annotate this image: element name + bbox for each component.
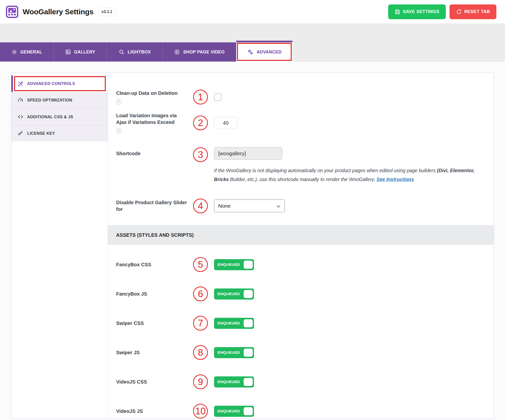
header-actions: SAVE SETTINGS RESET TAB <box>388 4 496 19</box>
fancybox-css-toggle[interactable]: ENQUEUED <box>214 259 254 270</box>
info-icon[interactable]: i <box>116 99 122 104</box>
annotation-circle-2: 2 <box>193 116 208 130</box>
tab-advanced[interactable]: ADVANCED <box>236 41 292 62</box>
swiper-js-label: Swiper JS <box>116 349 187 356</box>
reset-tab-button[interactable]: RESET TAB <box>450 4 496 19</box>
tab-general[interactable]: GENERAL <box>0 42 54 62</box>
key-icon <box>18 130 23 136</box>
annotation-circle-9: 9 <box>193 374 208 389</box>
tab-gallery[interactable]: GALLERY <box>54 42 107 62</box>
swiper-css-toggle[interactable]: ENQUEUED <box>214 318 254 329</box>
setting-row-shortcode: Shortcode 3 If the WooGallery is not dis… <box>108 147 494 184</box>
tab-bar: GENERAL GALLERY LIGHTBOX <box>0 42 505 62</box>
fancybox-js-toggle[interactable]: ENQUEUED <box>214 288 254 300</box>
setting-row-cleanup: Clean-up Data on Deletion i 1 <box>108 90 494 104</box>
sidebar-item-advanced-controls[interactable]: ADVANCED CONTROLS <box>11 75 108 92</box>
setting-row-videojs-js: VideoJS JS 10 ENQUEUED <box>108 404 494 419</box>
tab-shop-page-video[interactable]: SHOP PAGE VIDEO <box>163 42 236 62</box>
setting-row-videojs-css: VideoJS CSS 9 ENQUEUED <box>108 374 494 389</box>
chevron-down-icon <box>276 204 281 209</box>
toggle-knob <box>244 349 253 357</box>
fancybox-css-label: FancyBox CSS <box>116 261 187 268</box>
cleanup-label: Clean-up Data on Deletion <box>116 90 187 97</box>
ajax-variations-input[interactable] <box>214 117 237 129</box>
setting-row-disable-slider: Disable Product Gallery Slider for 4 Non… <box>108 199 494 213</box>
videojs-js-label: VideoJS JS <box>116 408 187 415</box>
settings-panel: ADVANCED CONTROLS SPEED OPTIMIZATION <box>11 73 494 419</box>
woogallery-logo-icon <box>6 6 18 18</box>
setting-row-ajax-variations: Load Variation Images via Ajax if Variat… <box>108 112 494 134</box>
shortcode-control: If the WooGallery is not displaying auto… <box>214 147 477 184</box>
info-icon[interactable]: i <box>116 128 122 134</box>
annotation-circle-4: 4 <box>193 199 208 213</box>
code-icon <box>18 114 23 120</box>
videojs-js-toggle[interactable]: ENQUEUED <box>214 406 254 417</box>
ajax-variations-label: Load Variation Images via Ajax if Variat… <box>116 112 187 126</box>
toggle-knob <box>244 261 253 269</box>
tab-lightbox[interactable]: LIGHTBOX <box>107 42 163 62</box>
settings-main: Clean-up Data on Deletion i 1 Load Varia… <box>108 73 494 419</box>
sidebar-item-license-key[interactable]: LICENSE KEY <box>11 125 108 141</box>
tools-icon <box>18 81 23 87</box>
video-play-icon <box>174 49 180 55</box>
shortcode-input[interactable] <box>214 147 282 160</box>
assets-section-header: ASSETS (STYLES AND SCRIPTS) <box>108 225 494 245</box>
image-icon <box>65 49 71 55</box>
shortcode-label: Shortcode <box>116 150 187 157</box>
see-instructions-link[interactable]: See Instructions <box>377 177 414 182</box>
swiper-css-label: Swiper CSS <box>116 320 187 327</box>
header-divider-strip <box>0 23 505 42</box>
version-badge: v3.1.1 <box>97 8 116 16</box>
annotation-circle-3: 3 <box>193 147 208 162</box>
annotation-circle-6: 6 <box>193 286 208 301</box>
toggle-knob <box>244 319 253 327</box>
disable-slider-label: Disable Product Gallery Slider for <box>116 199 187 213</box>
annotation-circle-10: 10 <box>193 404 208 419</box>
setting-row-fancybox-js: FancyBox JS 6 ENQUEUED <box>108 286 494 301</box>
sidebar: ADVANCED CONTROLS SPEED OPTIMIZATION <box>11 73 108 419</box>
annotation-circle-7: 7 <box>193 316 208 331</box>
woogallery-settings-page: WooGallery Settings v3.1.1 SAVE SETTINGS <box>0 0 505 420</box>
gears-icon <box>247 49 253 55</box>
cleanup-checkbox[interactable] <box>214 93 221 101</box>
toggle-knob <box>244 290 253 298</box>
annotation-circle-1: 1 <box>193 90 208 104</box>
reset-icon <box>456 9 462 15</box>
fancybox-js-label: FancyBox JS <box>116 291 187 297</box>
save-icon <box>395 9 400 15</box>
shortcode-description: If the WooGallery is not displaying auto… <box>214 166 477 184</box>
header: WooGallery Settings v3.1.1 SAVE SETTINGS <box>0 0 505 23</box>
setting-row-swiper-css: Swiper CSS 7 ENQUEUED <box>108 316 494 331</box>
annotation-circle-5: 5 <box>193 257 208 272</box>
annotation-circle-8: 8 <box>193 345 208 360</box>
toggle-knob <box>244 378 253 386</box>
page-title: WooGallery Settings <box>23 8 93 16</box>
setting-row-fancybox-css: FancyBox CSS 5 ENQUEUED <box>108 257 494 272</box>
magnifier-icon <box>119 49 125 55</box>
gear-icon <box>11 49 17 55</box>
disable-slider-select[interactable]: None <box>214 200 285 212</box>
videojs-css-label: VideoJS CSS <box>116 379 187 385</box>
content-area: ADVANCED CONTROLS SPEED OPTIMIZATION <box>0 62 505 419</box>
swiper-js-toggle[interactable]: ENQUEUED <box>214 347 254 358</box>
videojs-css-toggle[interactable]: ENQUEUED <box>214 376 254 387</box>
sidebar-item-speed-optimization[interactable]: SPEED OPTIMIZATION <box>11 92 108 108</box>
speedometer-icon <box>18 97 23 103</box>
setting-row-swiper-js: Swiper JS 8 ENQUEUED <box>108 345 494 360</box>
toggle-knob <box>244 407 253 415</box>
sidebar-item-additional-css-js[interactable]: ADDITIONAL CSS & JS <box>11 108 108 125</box>
save-settings-button[interactable]: SAVE SETTINGS <box>388 4 446 19</box>
